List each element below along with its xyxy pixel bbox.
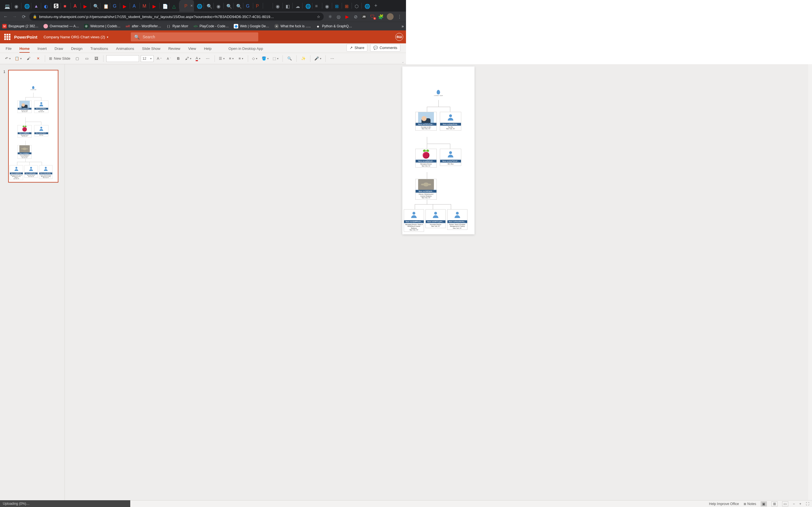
browser-tab[interactable]: A: [71, 0, 81, 11]
bookmark[interactable]: ◆Python & GraphQ…: [316, 24, 352, 29]
tab-help[interactable]: Help: [204, 47, 211, 53]
browser-tab[interactable]: G: [243, 0, 253, 11]
browser-tab[interactable]: S: [51, 0, 61, 11]
browser-tab[interactable]: ⊞: [332, 0, 342, 11]
browser-tab[interactable]: M: [140, 0, 150, 11]
browser-tab[interactable]: A: [130, 0, 140, 11]
browser-tab[interactable]: △: [169, 0, 179, 11]
ext-icon[interactable]: JB: [361, 14, 366, 19]
layout-button[interactable]: ▢: [73, 55, 81, 62]
reload-button[interactable]: ⟳: [20, 13, 27, 20]
font-color-button[interactable]: A▾: [194, 55, 202, 62]
bookmark[interactable]: ⦿Welcome | Codeb…: [84, 24, 120, 29]
bookmark[interactable]: wRafter - WordRefer…: [125, 24, 161, 29]
forward-button[interactable]: →: [11, 13, 18, 20]
browser-tab[interactable]: 🌐: [21, 0, 31, 11]
browser-tab[interactable]: 🔍: [234, 0, 243, 11]
open-desktop-link[interactable]: Open in Desktop App: [229, 47, 263, 53]
browser-tab[interactable]: G: [110, 0, 120, 11]
dictate-button[interactable]: 🎤▾: [313, 55, 322, 62]
browser-tab[interactable]: 📋: [100, 0, 110, 11]
bold-button[interactable]: B: [174, 55, 183, 62]
bookmark[interactable]: ✕What the fuck is …..: [274, 24, 311, 29]
tab-draw[interactable]: Draw: [55, 47, 63, 53]
browser-tab[interactable]: ▶: [120, 0, 130, 11]
browser-tab[interactable]: ⊞: [342, 0, 352, 11]
highlight-button[interactable]: 🖍▾: [184, 55, 193, 62]
browser-tab[interactable]: 🌐: [303, 0, 312, 11]
browser-tab[interactable]: 🔍: [204, 0, 214, 11]
shape-fill-button[interactable]: 🪣▾: [260, 55, 270, 62]
slide-button[interactable]: ▭: [83, 55, 91, 62]
bookmark[interactable]: Overreacted — A…: [43, 24, 79, 29]
tab-design[interactable]: Design: [71, 47, 82, 53]
browser-tab[interactable]: 📄: [160, 0, 169, 11]
browser-tab[interactable]: 🌐: [362, 0, 371, 11]
tab-review[interactable]: Review: [168, 47, 181, 53]
browser-tab[interactable]: 💻: [2, 0, 11, 11]
address-bar[interactable]: 🔒 bmsturu-my.sharepoint.com/:p:/r/person…: [29, 13, 324, 20]
shrink-font-button[interactable]: Aˇ: [165, 55, 173, 62]
collapse-ribbon-icon[interactable]: ⌵: [402, 60, 404, 63]
ext-icon[interactable]: ⊘: [353, 14, 358, 19]
browser-tab[interactable]: P: [253, 0, 263, 11]
new-tab-button[interactable]: +: [371, 0, 380, 11]
ext-icon[interactable]: ▶: [345, 14, 350, 19]
paste-button[interactable]: 📋▾: [13, 55, 23, 62]
shapes-button[interactable]: ◇▾: [251, 55, 259, 62]
browser-tab[interactable]: ◉: [214, 0, 223, 11]
search-box[interactable]: 🔍: [131, 33, 258, 41]
browser-tab[interactable]: ■: [61, 0, 71, 11]
browser-tab[interactable]: ▲: [31, 0, 41, 11]
format-painter-button[interactable]: 🖌: [24, 55, 33, 62]
comments-button[interactable]: 💬Comments: [370, 44, 400, 52]
browser-tab[interactable]: ◧: [283, 0, 293, 11]
slide-canvas-area[interactable]: COMPANY NAME Name recFFWYuTvan… Founder …: [65, 64, 406, 253]
document-title[interactable]: Company Name ORG Chart views (2)▾: [44, 35, 108, 39]
browser-menu-icon[interactable]: ⋮: [397, 14, 402, 19]
bookmark[interactable]: </>PlayCode - Code…: [193, 24, 229, 29]
align-button[interactable]: ≡▾: [237, 55, 245, 62]
more-commands-icon[interactable]: ⋯: [328, 55, 336, 62]
tab-transitions[interactable]: Transitions: [90, 47, 108, 53]
browser-tab-active[interactable]: P✕: [179, 0, 194, 11]
undo-button[interactable]: ↶▾: [4, 55, 12, 62]
app-launcher-icon[interactable]: [3, 33, 12, 41]
browser-tab[interactable]: ◐: [41, 0, 51, 11]
find-button[interactable]: 🔍: [286, 55, 294, 62]
browser-tab[interactable]: ▶: [150, 0, 160, 11]
star-icon[interactable]: ☆: [317, 15, 320, 19]
slide-thumbnail[interactable]: COMPANY NAME Name recFFWYuTvan… Founder …: [8, 70, 58, 182]
tab-slideshow[interactable]: Slide Show: [142, 47, 160, 53]
share-button[interactable]: ↗Share: [347, 44, 367, 52]
font-family-select[interactable]: [106, 55, 139, 62]
tab-home[interactable]: Home: [19, 47, 30, 53]
user-avatar[interactable]: ВШ: [395, 33, 403, 41]
bookmarks-overflow-icon[interactable]: »: [402, 24, 404, 29]
browser-tab[interactable]: 🌐: [194, 0, 204, 11]
browser-tab[interactable]: 🔍: [91, 0, 100, 11]
profile-avatar[interactable]: [387, 13, 394, 20]
browser-tab[interactable]: ⬡: [352, 0, 362, 11]
tab-animations[interactable]: Animations: [116, 47, 134, 53]
browser-tab[interactable]: ◉: [273, 0, 283, 11]
numbering-button[interactable]: ≡▾: [227, 55, 236, 62]
photo-button[interactable]: 🖼: [93, 55, 100, 62]
arrange-button[interactable]: ⬚▾: [271, 55, 280, 62]
ext-icon[interactable]: ⚛: [327, 14, 333, 19]
bookmark[interactable]: MВходящие (2 382…: [2, 24, 38, 29]
ext-icon[interactable]: ◎: [336, 14, 341, 19]
tab-insert[interactable]: Insert: [38, 47, 47, 53]
browser-tab[interactable]: ▶: [81, 0, 91, 11]
bullets-button[interactable]: ☰▾: [218, 55, 226, 62]
close-tab-icon[interactable]: ✕: [190, 4, 193, 8]
more-font-icon[interactable]: ⋯: [204, 55, 212, 62]
delete-button[interactable]: ✕: [34, 55, 42, 62]
bookmark[interactable]: 🔷Web | Google De…: [234, 24, 269, 29]
designer-button[interactable]: ✨: [299, 55, 307, 62]
ext-icon[interactable]: 🛡6: [370, 14, 375, 19]
bookmark[interactable]: { }Ryan Morr: [166, 24, 188, 29]
browser-tab[interactable]: [263, 0, 273, 11]
back-button[interactable]: ←: [2, 13, 9, 20]
font-size-select[interactable]: 12▾: [141, 55, 154, 62]
